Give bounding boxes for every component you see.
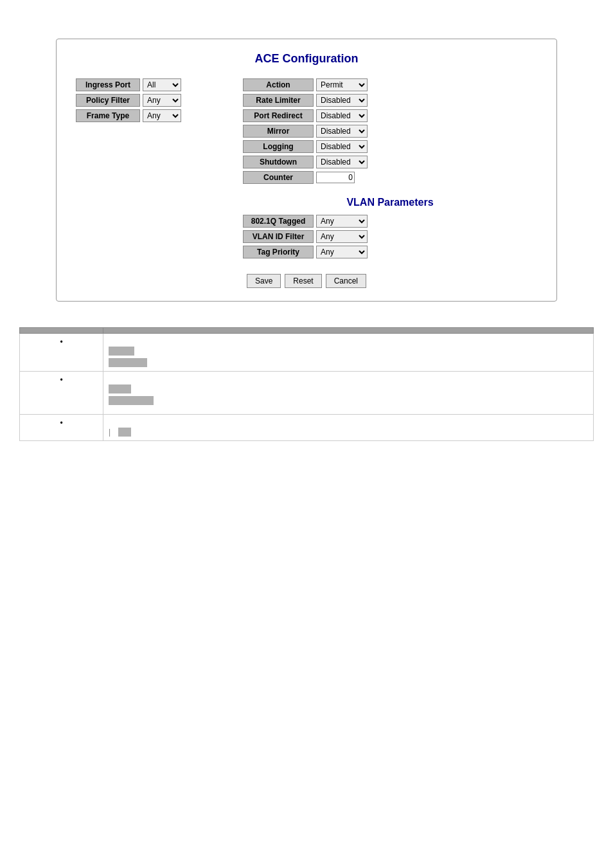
ace-config-title: ACE Configuration xyxy=(76,52,537,66)
gray-box-2a xyxy=(109,384,131,393)
row3-boxes: | xyxy=(109,428,588,437)
port-redirect-select[interactable]: Disabled xyxy=(316,109,368,122)
logging-label: Logging xyxy=(243,140,314,153)
vlan-id-filter-row: VLAN ID Filter Any xyxy=(243,230,537,243)
ingress-port-row: Ingress Port All xyxy=(76,78,217,91)
shutdown-select[interactable]: Disabled xyxy=(316,156,368,168)
counter-label: Counter xyxy=(243,171,314,184)
counter-row: Counter xyxy=(243,171,537,184)
policy-filter-row: Policy Filter Any xyxy=(76,94,217,107)
ingress-port-label: Ingress Port xyxy=(76,78,140,91)
right-section: Action Permit Deny Rate Limiter Disabled… xyxy=(243,78,537,261)
action-label: Action xyxy=(243,78,314,91)
mirror-row: Mirror Disabled xyxy=(243,125,537,138)
row2-boxes2 xyxy=(109,396,588,405)
bullet-3: • xyxy=(20,415,103,441)
8021q-tagged-row: 802.1Q Tagged Any xyxy=(243,215,537,228)
vlan-id-filter-select[interactable]: Any xyxy=(316,230,368,243)
vlan-title: VLAN Parameters xyxy=(243,197,537,208)
port-redirect-row: Port Redirect Disabled xyxy=(243,109,537,122)
8021q-tagged-label: 802.1Q Tagged xyxy=(243,215,314,228)
port-redirect-label: Port Redirect xyxy=(243,109,314,122)
ingress-port-select[interactable]: All xyxy=(143,78,181,91)
policy-filter-select[interactable]: Any xyxy=(143,94,181,107)
reset-button[interactable]: Reset xyxy=(285,274,321,288)
action-select[interactable]: Permit Deny xyxy=(316,78,368,91)
row2-boxes xyxy=(109,384,588,393)
gray-box-3a xyxy=(118,428,131,437)
row1-boxes xyxy=(109,347,588,356)
table-row: • xyxy=(20,334,594,372)
policy-filter-label: Policy Filter xyxy=(76,94,140,107)
cancel-button[interactable]: Cancel xyxy=(326,274,366,288)
table-cell-1 xyxy=(103,334,594,372)
left-section: Ingress Port All Policy Filter Any Frame… xyxy=(76,78,217,125)
shutdown-row: Shutdown Disabled xyxy=(243,156,537,168)
frame-type-row: Frame Type Any xyxy=(76,109,217,122)
logging-row: Logging Disabled xyxy=(243,140,537,153)
table-cell-2 xyxy=(103,372,594,415)
table-row: • xyxy=(20,372,594,415)
table-row: • | xyxy=(20,415,594,441)
gray-box-2b xyxy=(109,396,154,405)
gray-box-1a xyxy=(109,347,134,356)
rate-limiter-row: Rate Limiter Disabled xyxy=(243,94,537,107)
vlan-id-filter-label: VLAN ID Filter xyxy=(243,230,314,243)
counter-input[interactable] xyxy=(316,172,355,183)
pipe-icon: | xyxy=(109,428,111,437)
action-row: Action Permit Deny xyxy=(243,78,537,91)
row1-boxes2 xyxy=(109,358,588,367)
action-buttons: Save Reset Cancel xyxy=(76,274,537,288)
rate-limiter-select[interactable]: Disabled xyxy=(316,94,368,107)
bottom-table: • • xyxy=(19,327,594,441)
table-header-col1 xyxy=(20,328,103,334)
tag-priority-select[interactable]: Any xyxy=(316,246,368,258)
mirror-label: Mirror xyxy=(243,125,314,138)
rate-limiter-label: Rate Limiter xyxy=(243,94,314,107)
frame-type-select[interactable]: Any xyxy=(143,109,181,122)
8021q-tagged-select[interactable]: Any xyxy=(316,215,368,228)
mirror-select[interactable]: Disabled xyxy=(316,125,368,138)
tag-priority-row: Tag Priority Any xyxy=(243,246,537,258)
frame-type-label: Frame Type xyxy=(76,109,140,122)
shutdown-label: Shutdown xyxy=(243,156,314,168)
gray-box-1b xyxy=(109,358,147,367)
logging-select[interactable]: Disabled xyxy=(316,140,368,153)
table-cell-3: | xyxy=(103,415,594,441)
save-button[interactable]: Save xyxy=(247,274,281,288)
bullet-1: • xyxy=(20,334,103,372)
table-header-col2 xyxy=(103,328,594,334)
ace-config-panel: ACE Configuration Ingress Port All Polic… xyxy=(56,39,557,302)
tag-priority-label: Tag Priority xyxy=(243,246,314,258)
bullet-2: • xyxy=(20,372,103,415)
